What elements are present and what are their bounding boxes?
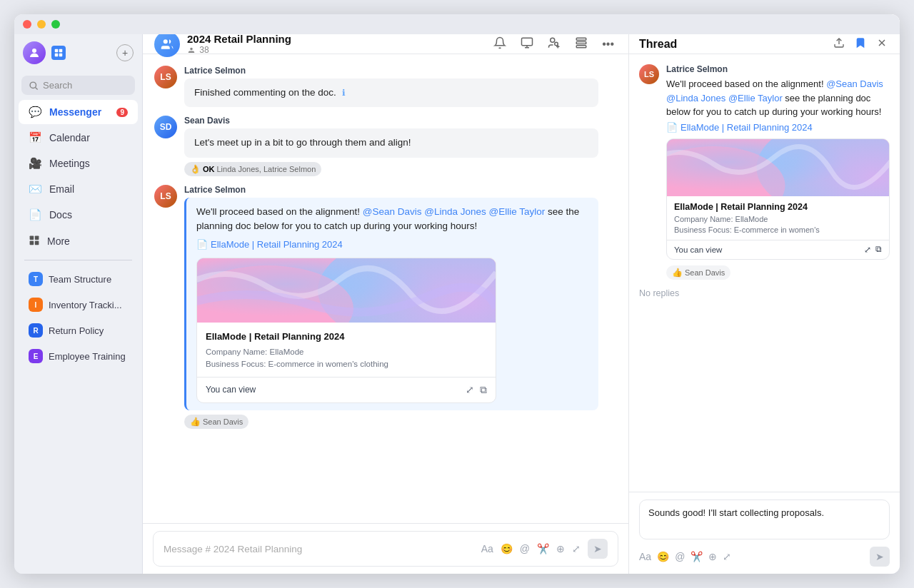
maximize-dot[interactable] <box>51 20 60 29</box>
channel-dot-teal: R <box>29 323 43 338</box>
emoji-icon[interactable]: 😊 <box>501 543 513 554</box>
msg-bubble-3: We'll proceed based on the alignment! @S… <box>184 198 598 410</box>
thread-bookmark-button[interactable] <box>853 35 868 54</box>
search-bar[interactable]: Search <box>21 76 135 95</box>
user-avatar[interactable] <box>23 41 46 64</box>
doc-link-icon: 📄 <box>196 238 208 252</box>
sidebar-item-label-meetings: Meetings <box>49 158 90 169</box>
thread-doc-focus: Business Focus: E-commerce in women's <box>674 225 882 235</box>
thread-upload-button[interactable] <box>831 35 847 54</box>
messenger-icon: 💬 <box>29 106 42 118</box>
chat-input-icons: Aa 😊 @ ✂️ ⊕ ⤢ ➤ <box>481 539 608 559</box>
close-dot[interactable] <box>23 20 31 29</box>
svg-line-6 <box>35 87 37 89</box>
send-button[interactable]: ➤ <box>588 539 608 559</box>
reaction-names: Linda Jones, Latrice Selmon <box>217 165 316 173</box>
msg-content-2: Sean Davis Let's meet up in a bit to go … <box>184 116 617 176</box>
font-icon[interactable]: Aa <box>481 543 493 554</box>
email-icon: ✉️ <box>29 183 42 196</box>
thread-close-button[interactable] <box>874 35 890 54</box>
sidebar-item-docs[interactable]: 📄 Docs <box>19 203 138 227</box>
thread-doc-company: Company Name: EllaMode <box>674 214 882 225</box>
thread-emoji-icon[interactable]: 😊 <box>657 551 669 562</box>
channel-team-structure[interactable]: T Team Structure <box>19 267 138 291</box>
settings-button[interactable] <box>572 34 591 55</box>
thread-doc-icons: ⤢ ⧉ <box>864 245 882 255</box>
thread-input-area: Sounds good! I'll start collecting propo… <box>629 492 900 574</box>
thread-mention-ellie: @Ellie Taylor <box>728 93 785 103</box>
messenger-badge: 9 <box>116 108 128 117</box>
channel-label-employee-training: Employee Training <box>49 351 126 362</box>
sidebar-top: + <box>14 34 142 71</box>
mention-icon[interactable]: @ <box>520 543 530 554</box>
msg-bubble-1: Finished commenting on the doc. ℹ <box>184 78 598 107</box>
doc-link[interactable]: 📄 EllaMode | Retail Planning 2024 <box>196 238 588 252</box>
scissors-icon[interactable]: ✂️ <box>537 543 549 554</box>
doc-focus-3: Business Focus: E-commerce in women's cl… <box>206 358 487 370</box>
chat-header-actions: ••• <box>491 34 617 55</box>
chat-input-row: Message # 2024 Retail Planning Aa 😊 @ ✂️… <box>153 531 618 567</box>
channel-return-policy[interactable]: R Return Policy <box>19 318 138 343</box>
doc-link-label: EllaMode | Retail Planning 2024 <box>211 238 343 252</box>
sidebar-item-more[interactable]: More <box>19 228 138 253</box>
msg-sender-1: Latrice Selmon <box>184 66 617 76</box>
msg-text-before-3: We'll proceed based on the alignment! <box>196 206 360 217</box>
svg-point-11 <box>164 39 168 44</box>
attach-icon[interactable]: ⊕ <box>556 543 565 554</box>
thread-reply-input[interactable]: Sounds good! I'll start collecting propo… <box>639 500 890 539</box>
thread-expand-input-icon[interactable]: ⤢ <box>723 551 731 562</box>
sidebar-item-calendar[interactable]: 📅 Calendar <box>19 126 138 150</box>
minimize-dot[interactable] <box>37 20 46 29</box>
thread-mention-icon[interactable]: @ <box>675 551 685 562</box>
thread-doc-info: EllaMode | Retail Planning 2024 Company … <box>667 196 889 240</box>
thread-doc-permission: You can view <box>674 245 722 254</box>
channel-avatar <box>154 31 180 57</box>
sidebar-item-messenger[interactable]: 💬 Messenger 9 <box>19 100 138 124</box>
more-options-button[interactable]: ••• <box>599 35 617 54</box>
reaction-thumbsup[interactable]: 👍 Sean Davis <box>184 415 248 429</box>
thread-doc-link-icon: 📄 <box>666 122 678 133</box>
msg-text-1: Finished commenting on the doc. <box>194 87 336 98</box>
sidebar: + Search 💬 Messenger 9 📅 Calendar 🎥 Meet… <box>14 14 143 574</box>
thread-copy-icon[interactable]: ⧉ <box>875 245 882 255</box>
thread-doc-link[interactable]: 📄 EllaMode | Retail Planning 2024 <box>666 122 890 133</box>
thread-scissors-icon[interactable]: ✂️ <box>690 551 703 562</box>
channel-title: 2024 Retail Planning <box>187 33 483 45</box>
thread-reaction[interactable]: 👍 Sean Davis <box>666 265 730 280</box>
thread-expand-icon[interactable]: ⤢ <box>864 245 871 255</box>
sidebar-item-email[interactable]: ✉️ Email <box>19 177 138 201</box>
chat-input-placeholder[interactable]: Message # 2024 Retail Planning <box>164 544 302 554</box>
chat-header-info: 2024 Retail Planning 38 <box>187 33 483 55</box>
avatar: SD <box>154 116 177 138</box>
sidebar-item-meetings[interactable]: 🎥 Meetings <box>19 151 138 176</box>
thread-font-icon[interactable]: Aa <box>639 551 651 562</box>
thread-send-button[interactable]: ➤ <box>870 547 890 567</box>
msg-mention-sean: @Sean Davis <box>363 206 425 217</box>
msg-sender-2: Sean Davis <box>184 116 617 126</box>
search-label: Search <box>43 80 72 91</box>
msg-content-3: Latrice Selmon We'll proceed based on th… <box>184 185 617 429</box>
more-icon <box>29 234 40 248</box>
expand-icon[interactable]: ⤢ <box>466 382 474 397</box>
bell-button[interactable] <box>491 34 509 55</box>
channel-inventory-tracking[interactable]: I Inventory Tracki... <box>19 293 138 317</box>
doc-info-3: EllaMode | Retail Planning 2024 Company … <box>197 323 496 377</box>
thread-body: We'll proceed based on the alignment! @S… <box>666 77 890 119</box>
screen-share-button[interactable] <box>518 34 536 55</box>
calendar-icon: 📅 <box>29 131 42 144</box>
thread-messages: LS Latrice Selmon We'll proceed based on… <box>629 54 900 492</box>
thread-doc-card: EllaMode | Retail Planning 2024 Company … <box>666 138 890 260</box>
channel-employee-training[interactable]: E Employee Training <box>19 344 138 368</box>
channel-dot-blue: T <box>29 272 43 286</box>
svg-rect-3 <box>55 54 59 57</box>
workspace-icon[interactable] <box>51 46 66 60</box>
add-button[interactable]: + <box>116 44 134 61</box>
svg-rect-9 <box>30 241 34 245</box>
expand-input-icon[interactable]: ⤢ <box>572 543 581 554</box>
add-member-button[interactable] <box>545 34 563 55</box>
thread-attach-icon[interactable]: ⊕ <box>708 551 717 562</box>
msg-sender-3: Latrice Selmon <box>184 185 617 195</box>
reaction-ok[interactable]: 👌 OK Linda Jones, Latrice Selmon <box>184 162 321 176</box>
copy-icon[interactable]: ⧉ <box>480 382 487 397</box>
titlebar <box>14 14 900 34</box>
